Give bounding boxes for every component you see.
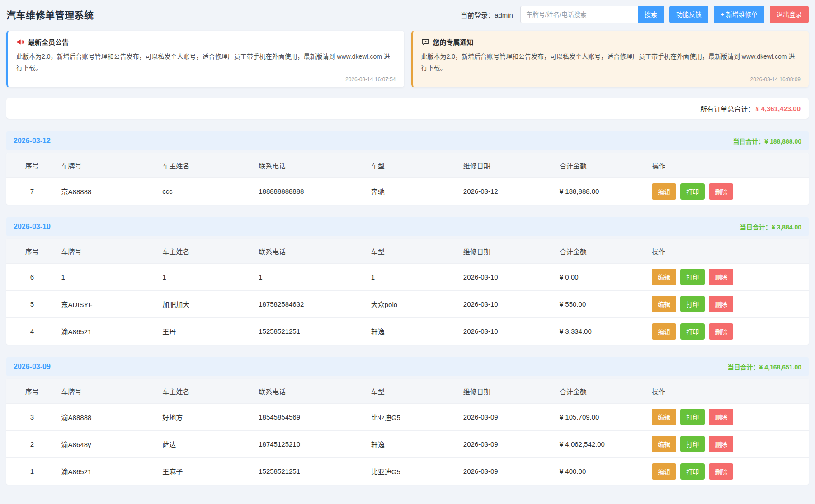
cell-actions: 编辑 打印 删除 (648, 457, 809, 485)
cell-phone: 18745125210 (255, 430, 367, 457)
date-section: 2026-03-09 当日合计：¥ 4,168,651.00 序号 车牌号 车主… (6, 357, 809, 485)
delete-button[interactable]: 删除 (709, 296, 733, 312)
search-input[interactable] (520, 6, 638, 23)
cell-actions: 编辑 打印 删除 (648, 403, 809, 430)
delete-button[interactable]: 删除 (709, 436, 733, 452)
chat-icon (421, 38, 429, 46)
cell-phone: 187582584632 (255, 290, 367, 317)
edit-button[interactable]: 编辑 (652, 409, 676, 425)
print-button[interactable]: 打印 (680, 183, 705, 200)
edit-button[interactable]: 编辑 (652, 463, 676, 480)
edit-button[interactable]: 编辑 (652, 183, 676, 200)
print-button[interactable]: 打印 (680, 323, 705, 340)
table-row: 1 渝A86521 王麻子 15258521251 比亚迪G5 2026-03-… (6, 457, 809, 485)
print-button[interactable]: 打印 (680, 436, 705, 452)
orders-table-head: 序号 车牌号 车主姓名 联系电话 车型 维修日期 合计金额 操作 (6, 379, 809, 403)
edit-button[interactable]: 编辑 (652, 323, 676, 340)
header-model: 车型 (367, 153, 460, 177)
header-model: 车型 (367, 239, 460, 263)
search-button[interactable]: 搜索 (638, 6, 664, 23)
date-section: 2026-03-10 当日合计：¥ 3,884.00 序号 车牌号 车主姓名 联… (6, 217, 809, 345)
delete-button[interactable]: 删除 (709, 463, 733, 480)
section-date: 2026-03-10 (14, 223, 51, 231)
add-repair-order-button[interactable]: + 新增维修单 (714, 6, 764, 23)
header-owner: 车主姓名 (159, 239, 255, 263)
global-announcement-card: 最新全员公告 此版本为2.0，新增后台账号管理和公告发布，可以私发个人账号，适合… (6, 31, 404, 87)
orders-table-head: 序号 车牌号 车主姓名 联系电话 车型 维修日期 合计金额 操作 (6, 239, 809, 263)
cell-plate: 京A88888 (58, 177, 159, 205)
cell-model: 比亚迪G5 (367, 403, 460, 430)
cell-phone: 15258521251 (255, 457, 367, 485)
header-repair-date: 维修日期 (460, 379, 556, 403)
orders-table-card: 序号 车牌号 车主姓名 联系电话 车型 维修日期 合计金额 操作 6 1 1 1… (6, 239, 809, 345)
grand-total-amount: ¥ 4,361,423.00 (755, 105, 801, 112)
delete-button[interactable]: 删除 (709, 183, 733, 200)
edit-button[interactable]: 编辑 (652, 436, 676, 452)
cell-amount: ¥ 550.00 (556, 290, 648, 317)
cell-no: 4 (6, 317, 58, 345)
cell-plate: 渝A8648y (58, 430, 159, 457)
announcement-title: 最新全员公告 (28, 37, 69, 47)
header-phone: 联系电话 (255, 239, 367, 263)
print-button[interactable]: 打印 (680, 463, 705, 480)
personal-notice-timestamp: 2026-03-14 16:08:09 (421, 76, 801, 83)
section-date: 2026-03-12 (14, 137, 51, 145)
header-model: 车型 (367, 379, 460, 403)
date-section: 2026-03-12 当日合计：¥ 188,888.00 序号 车牌号 车主姓名… (6, 131, 809, 205)
delete-button[interactable]: 删除 (709, 409, 733, 425)
orders-table-card: 序号 车牌号 车主姓名 联系电话 车型 维修日期 合计金额 操作 7 京A888… (6, 153, 809, 205)
header-plate: 车牌号 (58, 239, 159, 263)
print-button[interactable]: 打印 (680, 409, 705, 425)
feedback-button[interactable]: 功能反馈 (669, 6, 708, 23)
cell-model: 1 (367, 263, 460, 290)
edit-button[interactable]: 编辑 (652, 269, 676, 285)
day-total-label: 当日合计： (728, 364, 759, 371)
cell-amount: ¥ 400.00 (556, 457, 648, 485)
orders-table-body: 3 渝A88888 好地方 18545854569 比亚迪G5 2026-03-… (6, 403, 809, 485)
day-total-label: 当日合计： (733, 138, 764, 145)
cell-repair-date: 2026-03-12 (460, 177, 556, 205)
header-actions: 操作 (648, 379, 809, 403)
topbar-actions: 当前登录：admin 搜索 功能反馈 + 新增维修单 退出登录 (461, 6, 809, 23)
cell-owner: 萨达 (159, 430, 255, 457)
cell-actions: 编辑 打印 删除 (648, 290, 809, 317)
date-section-header: 2026-03-12 当日合计：¥ 188,888.00 (6, 131, 809, 150)
cell-actions: 编辑 打印 删除 (648, 177, 809, 205)
cell-repair-date: 2026-03-09 (460, 457, 556, 485)
edit-button[interactable]: 编辑 (652, 296, 676, 312)
header-phone: 联系电话 (255, 379, 367, 403)
cell-plate: 1 (58, 263, 159, 290)
header-actions: 操作 (648, 153, 809, 177)
delete-button[interactable]: 删除 (709, 323, 733, 340)
delete-button[interactable]: 删除 (709, 269, 733, 285)
table-row: 2 渝A8648y 萨达 18745125210 轩逸 2026-03-09 ¥… (6, 430, 809, 457)
cell-amount: ¥ 4,062,542.00 (556, 430, 648, 457)
cell-owner: 王麻子 (159, 457, 255, 485)
search-group: 搜索 (520, 6, 664, 23)
personal-notice-card: 您的专属通知 此版本为2.0，新增后台账号管理和公告发布，可以私发个人账号，适合… (411, 31, 809, 87)
cell-no: 5 (6, 290, 58, 317)
day-total-amount: ¥ 188,888.00 (764, 138, 801, 145)
section-date: 2026-03-09 (14, 363, 51, 371)
day-total-label: 当日合计： (740, 224, 772, 231)
header-repair-date: 维修日期 (460, 239, 556, 263)
cell-amount: ¥ 188,888.00 (556, 177, 648, 205)
cell-phone: 18545854569 (255, 403, 367, 430)
orders-grand-total-bar: 所有订单总合计： ¥ 4,361,423.00 (6, 98, 809, 119)
print-button[interactable]: 打印 (680, 269, 705, 285)
cell-no: 1 (6, 457, 58, 485)
cell-repair-date: 2026-03-09 (460, 430, 556, 457)
day-total: 当日合计：¥ 188,888.00 (733, 136, 801, 145)
cell-plate: 渝A86521 (58, 317, 159, 345)
logout-button[interactable]: 退出登录 (770, 6, 809, 23)
personal-notice-title-row: 您的专属通知 (421, 37, 801, 47)
cell-no: 7 (6, 177, 58, 205)
footer: © 版权所有 刀客源码网 | www.dkewl.com (6, 501, 809, 504)
cell-actions: 编辑 打印 删除 (648, 263, 809, 290)
orders-table-body: 6 1 1 1 1 2026-03-10 ¥ 0.00 编辑 打印 删除 5 东… (6, 263, 809, 345)
cell-owner: 加肥加大 (159, 290, 255, 317)
day-total: 当日合计：¥ 3,884.00 (740, 222, 801, 231)
top-bar: 汽车维修单管理系统 当前登录：admin 搜索 功能反馈 + 新增维修单 退出登… (6, 0, 809, 29)
print-button[interactable]: 打印 (680, 296, 705, 312)
cell-model: 轩逸 (367, 317, 460, 345)
